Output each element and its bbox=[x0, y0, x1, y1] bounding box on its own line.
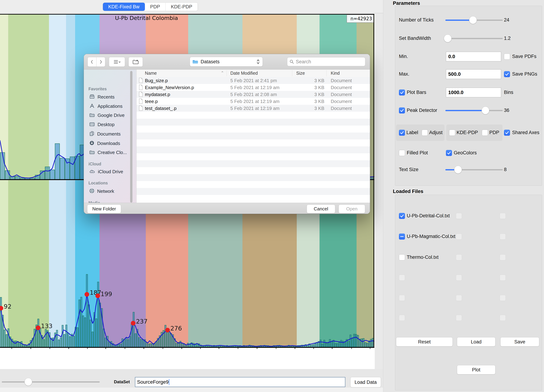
forward-button[interactable] bbox=[96, 57, 105, 67]
empty-slot-checkbox-2-3[interactable] bbox=[500, 295, 506, 301]
bottom-strip bbox=[0, 387, 383, 392]
document-icon bbox=[139, 98, 143, 105]
filled-plot-checkbox[interactable] bbox=[399, 150, 405, 156]
peak-detector-slider[interactable] bbox=[445, 107, 503, 114]
min-field[interactable]: 0.0 bbox=[446, 52, 501, 61]
bottom-slider-thumb[interactable] bbox=[24, 378, 32, 386]
bandwidth-slider[interactable] bbox=[445, 35, 503, 42]
empty-slot-checkbox-3-2[interactable] bbox=[456, 315, 462, 321]
bandwidth-slider-thumb[interactable] bbox=[444, 35, 451, 42]
bottom-bar: DataSet SourceForge9 Load Data bbox=[0, 369, 383, 387]
empty-slot-checkbox-3-1[interactable] bbox=[399, 315, 405, 321]
tab-kde-pdp[interactable]: KDE-PDP bbox=[166, 3, 198, 11]
plot-bars-checkbox[interactable] bbox=[399, 89, 405, 96]
file-row-teee-p[interactable]: teee.p5 Feb 2021 at 12:19 am3 KBDocument bbox=[136, 98, 370, 105]
empty-slot-checkbox-1-1[interactable] bbox=[399, 275, 405, 281]
open-button[interactable]: Open bbox=[339, 205, 365, 213]
column-header-kind[interactable]: Kind bbox=[331, 71, 340, 76]
file-row-empty bbox=[136, 119, 370, 126]
file-row-example-newversion-p[interactable]: Example_NewVersion.p5 Feb 2021 at 12:19 … bbox=[136, 84, 370, 91]
shared-axes-label: Shared Axes bbox=[512, 130, 539, 135]
peak-detector-checkbox[interactable] bbox=[399, 107, 405, 114]
sidebar-item-downloads[interactable]: Downloads bbox=[89, 140, 120, 146]
empty-slot-checkbox-3-3[interactable] bbox=[500, 315, 506, 321]
geocolors-checkbox[interactable] bbox=[446, 150, 452, 156]
sidebar-item-icloud-drive[interactable]: !iCloud Drive bbox=[89, 169, 123, 174]
file-size: 3 KB bbox=[284, 85, 324, 90]
sidebar-item-desktop[interactable]: Desktop bbox=[89, 122, 114, 127]
sidebar-item-network[interactable]: Network bbox=[89, 188, 114, 194]
text-size-slider-thumb[interactable] bbox=[454, 166, 462, 173]
sidebar-item-applications[interactable]: Applications bbox=[89, 103, 123, 109]
file-row-test-dataset-p[interactable]: test_dataset_.p5 Feb 2021 at 12:19 am3 K… bbox=[136, 105, 370, 112]
number-of-ticks-slider[interactable] bbox=[445, 16, 503, 24]
load-data-button[interactable]: Load Data bbox=[350, 377, 381, 387]
column-header-size[interactable]: Size bbox=[296, 71, 305, 76]
max-field[interactable]: 500.0 bbox=[446, 69, 501, 79]
file-kind: Document bbox=[331, 99, 352, 104]
sidebar-scrollbar[interactable] bbox=[130, 71, 132, 202]
sidebar-item-documents[interactable]: Documents bbox=[89, 131, 121, 137]
sidebar-item-label: Google Drive bbox=[98, 113, 125, 118]
loaded-file-extra2-checkbox-3[interactable] bbox=[500, 254, 506, 260]
number-of-ticks-slider-thumb[interactable] bbox=[469, 16, 477, 24]
downloads-icon bbox=[89, 140, 94, 146]
loaded-file-extra1-checkbox-2[interactable] bbox=[456, 234, 462, 240]
empty-slot-checkbox-1-3[interactable] bbox=[500, 275, 506, 281]
file-row-empty bbox=[136, 188, 370, 195]
bins-field[interactable]: 1000.0 bbox=[446, 88, 501, 97]
text-size-slider[interactable] bbox=[445, 166, 503, 173]
tab-kde-fixed-bw[interactable]: KDE-Fixed Bw bbox=[103, 3, 145, 11]
file-row-bug-size-p[interactable]: Bug_size.p5 Feb 2021 at 2:41 pm3 KBDocum… bbox=[136, 77, 370, 84]
peak-detector-label: Peak Detector bbox=[407, 108, 437, 113]
pdp-checkbox[interactable] bbox=[482, 130, 488, 136]
empty-slot-checkbox-2-1[interactable] bbox=[399, 295, 405, 301]
cancel-button[interactable]: Cancel bbox=[307, 205, 335, 213]
empty-slot-checkbox-2-2[interactable] bbox=[456, 295, 462, 301]
kde-pdp-checkbox[interactable] bbox=[449, 130, 455, 136]
dataset-input-value: SourceForge9 bbox=[137, 379, 169, 385]
sidebar-item-google-drive[interactable]: Google Drive bbox=[89, 113, 125, 118]
loaded-file-extra2-checkbox-1[interactable] bbox=[500, 213, 506, 219]
search-input[interactable]: Search bbox=[287, 57, 365, 66]
loaded-file-extra1-checkbox-1[interactable] bbox=[456, 213, 462, 219]
adjust-checkbox[interactable] bbox=[422, 130, 428, 136]
save-pdfs-checkbox[interactable] bbox=[504, 53, 510, 60]
sidebar-item-label: Network bbox=[97, 189, 114, 194]
view-options-button[interactable] bbox=[109, 57, 125, 67]
loaded-file-extra1-checkbox-3[interactable] bbox=[456, 254, 462, 260]
file-date: 5 Feb 2021 at 12:19 am bbox=[230, 106, 279, 111]
shared-axes-checkbox[interactable] bbox=[504, 130, 510, 136]
sidebar-section-icloud: iCloud bbox=[89, 162, 101, 167]
loaded-file-extra2-checkbox-2[interactable] bbox=[500, 234, 506, 240]
folder-dropdown[interactable]: Datasets bbox=[190, 57, 263, 67]
reset-button[interactable]: Reset bbox=[396, 337, 453, 346]
new-folder-button[interactable]: New Folder bbox=[87, 205, 121, 213]
column-header-date-modified[interactable]: Date Modified bbox=[230, 71, 258, 76]
peak-detector-slider-thumb[interactable] bbox=[482, 107, 489, 114]
save-button[interactable]: Save bbox=[500, 337, 539, 346]
file-row-mydataset-p[interactable]: mydataset.p5 Feb 2021 at 2:08 am3 KBDocu… bbox=[136, 91, 370, 98]
plot-button[interactable]: Plot bbox=[457, 365, 495, 375]
label-checkbox[interactable] bbox=[399, 130, 405, 136]
bottom-slider[interactable] bbox=[2, 378, 100, 386]
load-button[interactable]: Load bbox=[457, 337, 495, 346]
file-list-header: NameDate ModifiedSizeKind⌃ bbox=[136, 69, 370, 77]
new-folder-toolbar-button[interactable] bbox=[129, 57, 143, 67]
loaded-file-checkbox-1[interactable] bbox=[399, 213, 405, 219]
empty-slot-checkbox-1-2[interactable] bbox=[456, 275, 462, 281]
number-of-ticks-value: 24 bbox=[504, 17, 509, 23]
save-pngs-checkbox[interactable] bbox=[504, 71, 510, 77]
sort-caret-icon: ⌃ bbox=[221, 71, 224, 75]
list-view-icon bbox=[113, 59, 121, 64]
loaded-file-checkbox-2[interactable] bbox=[399, 234, 405, 240]
peak-label: 237 bbox=[136, 318, 148, 325]
loaded-file-checkbox-3[interactable] bbox=[399, 254, 405, 260]
sidebar-item-creative-clo-[interactable]: Creative Clo... bbox=[89, 150, 127, 155]
tab-pdp[interactable]: PDP bbox=[145, 3, 166, 11]
sidebar-item-recents[interactable]: Recents bbox=[89, 94, 114, 100]
dataset-input[interactable]: SourceForge9 bbox=[135, 377, 345, 387]
file-row-empty bbox=[136, 195, 370, 202]
back-button[interactable] bbox=[88, 57, 96, 67]
column-header-name[interactable]: Name bbox=[145, 71, 157, 76]
